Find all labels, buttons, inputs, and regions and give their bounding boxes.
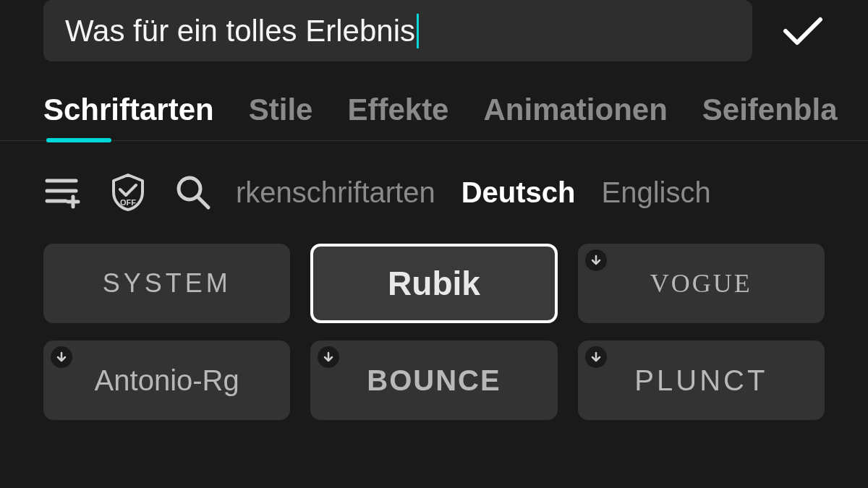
shield-off-icon: OFF bbox=[110, 172, 146, 213]
tab-label: Effekte bbox=[347, 93, 448, 127]
add-list-button[interactable] bbox=[43, 173, 82, 212]
tab-animations[interactable]: Animationen bbox=[483, 93, 667, 140]
search-button[interactable] bbox=[174, 173, 213, 212]
tab-label: Animationen bbox=[483, 93, 667, 127]
font-tile-rubik[interactable]: Rubik bbox=[310, 244, 557, 323]
download-badge bbox=[585, 249, 607, 271]
font-tile-plunct[interactable]: PLUNCT bbox=[578, 341, 825, 420]
download-icon bbox=[323, 351, 334, 363]
font-preview: Antonio-Rg bbox=[95, 364, 239, 397]
language-english[interactable]: Englisch bbox=[601, 176, 710, 209]
tab-label: Stile bbox=[249, 93, 313, 127]
text-input-value: Was für ein tolles Erlebnis bbox=[65, 14, 415, 48]
filter-row: OFF rkenschriftarten Deutsch Englisch bbox=[0, 141, 868, 212]
language-german[interactable]: Deutsch bbox=[461, 176, 576, 209]
font-preview: VOGUE bbox=[650, 268, 752, 299]
tab-label: Schriftarten bbox=[43, 93, 214, 127]
download-icon bbox=[56, 351, 67, 363]
font-preview: SYSTEM bbox=[103, 268, 231, 299]
text-input[interactable]: Was für ein tolles Erlebnis bbox=[43, 0, 752, 61]
font-tile-bounce[interactable]: BOUNCE bbox=[310, 341, 557, 420]
tabs: Schriftarten Stile Effekte Animationen S… bbox=[0, 61, 868, 141]
tab-fonts[interactable]: Schriftarten bbox=[43, 93, 214, 140]
tab-bubbles[interactable]: Seifenbla bbox=[702, 93, 838, 140]
category-partial-label[interactable]: rkenschriftarten bbox=[236, 176, 435, 209]
tab-effects[interactable]: Effekte bbox=[347, 93, 448, 140]
download-badge bbox=[585, 346, 607, 368]
font-preview: Rubik bbox=[388, 264, 480, 303]
font-preview: PLUNCT bbox=[634, 364, 767, 397]
svg-line-7 bbox=[198, 197, 208, 207]
font-grid: SYSTEM Rubik VOGUE Antonio-Rg BOUNCE PLU… bbox=[0, 212, 868, 420]
download-badge bbox=[318, 346, 339, 368]
tab-label: Seifenbla bbox=[702, 93, 838, 127]
font-tile-vogue[interactable]: VOGUE bbox=[578, 244, 825, 323]
download-icon bbox=[590, 351, 602, 363]
shield-off-button[interactable]: OFF bbox=[109, 173, 148, 212]
font-tile-antonio[interactable]: Antonio-Rg bbox=[43, 341, 290, 420]
download-icon bbox=[590, 254, 602, 266]
download-badge bbox=[51, 346, 72, 368]
svg-text:OFF: OFF bbox=[120, 198, 136, 207]
search-icon bbox=[175, 174, 211, 210]
text-cursor bbox=[417, 14, 419, 48]
check-icon bbox=[783, 15, 823, 47]
confirm-button[interactable] bbox=[781, 9, 825, 53]
tab-styles[interactable]: Stile bbox=[249, 93, 313, 140]
list-add-icon bbox=[44, 175, 82, 210]
font-tile-system[interactable]: SYSTEM bbox=[43, 244, 290, 323]
font-preview: BOUNCE bbox=[367, 364, 501, 397]
